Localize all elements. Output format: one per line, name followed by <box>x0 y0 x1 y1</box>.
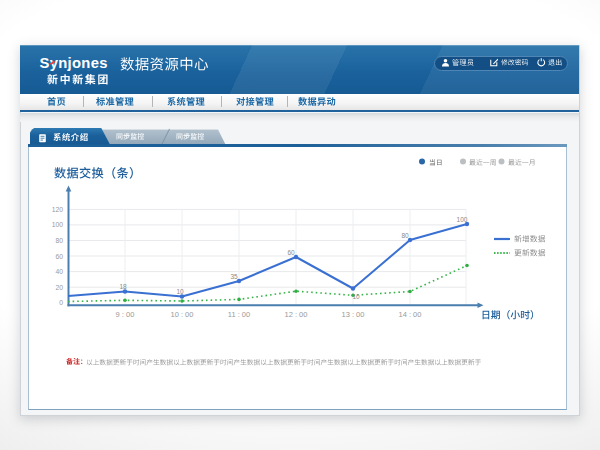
svg-text:120: 120 <box>52 206 64 213</box>
svg-text:40: 40 <box>55 268 63 275</box>
svg-text:14 : 00: 14 : 00 <box>399 310 422 319</box>
svg-text:12 : 00: 12 : 00 <box>285 310 308 319</box>
svg-text:60: 60 <box>55 253 63 260</box>
svg-text:20: 20 <box>55 284 63 291</box>
svg-text:80: 80 <box>55 237 63 244</box>
svg-text:80: 80 <box>401 232 409 239</box>
svg-text:10: 10 <box>176 288 184 295</box>
svg-text:18: 18 <box>119 283 127 290</box>
svg-text:11 : 00: 11 : 00 <box>228 310 250 319</box>
svg-text:100: 100 <box>457 216 468 223</box>
svg-text:10: 10 <box>352 293 360 300</box>
svg-text:10 : 00: 10 : 00 <box>171 310 194 319</box>
svg-text:100: 100 <box>52 221 64 228</box>
svg-text:13 : 00: 13 : 00 <box>342 310 365 319</box>
svg-text:35: 35 <box>230 273 238 280</box>
svg-text:9 : 00: 9 : 00 <box>116 310 135 319</box>
svg-text:60: 60 <box>287 249 295 256</box>
svg-text:0: 0 <box>59 299 63 306</box>
